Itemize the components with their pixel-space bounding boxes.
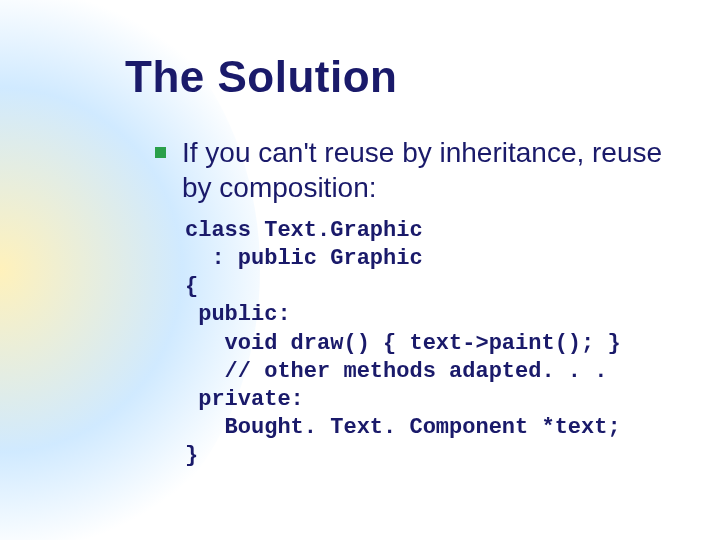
bullet-text: If you can't reuse by inheritance, reuse… <box>182 135 690 205</box>
bullet-item: If you can't reuse by inheritance, reuse… <box>155 135 690 205</box>
slide-body: If you can't reuse by inheritance, reuse… <box>155 135 690 470</box>
slide: The Solution If you can't reuse by inher… <box>0 0 720 540</box>
code-block: class Text.Graphic : public Graphic { pu… <box>185 217 690 470</box>
slide-title: The Solution <box>125 52 397 102</box>
bullet-square-icon <box>155 147 166 158</box>
